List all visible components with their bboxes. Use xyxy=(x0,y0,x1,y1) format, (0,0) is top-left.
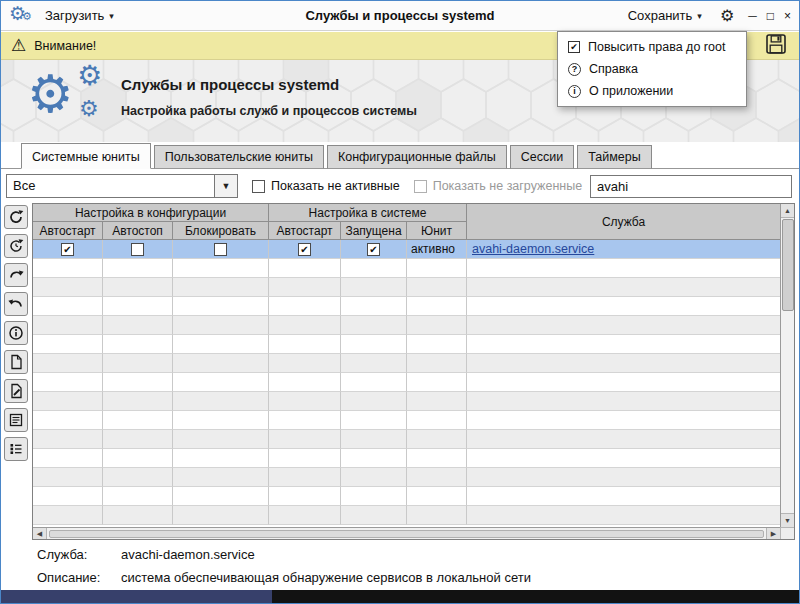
filter-row: Все ▼ Показать не активные Показать не з… xyxy=(1,169,799,203)
close-button[interactable]: × xyxy=(784,9,791,23)
info-button[interactable] xyxy=(4,321,28,345)
service-link[interactable]: avahi-daemon.service xyxy=(472,242,594,256)
app-logo-gears: ⚙ ⚙ ⚙ xyxy=(27,66,117,136)
config-block-checkbox[interactable] xyxy=(214,243,227,256)
table-row[interactable] xyxy=(33,392,780,411)
load-button-label: Загрузить xyxy=(45,8,104,23)
dependencies-button[interactable] xyxy=(4,437,28,461)
config-autostop-checkbox[interactable] xyxy=(131,243,144,256)
column-header-system-autostart: Автостарт xyxy=(269,222,341,240)
info-icon xyxy=(8,325,24,341)
group-header-system: Настройка в системе xyxy=(269,204,467,222)
group-header-config: Настройка в конфигурации xyxy=(33,204,269,222)
description-value: система обеспечивающая обнаружение серви… xyxy=(121,570,531,585)
column-header-system-running: Запущена xyxy=(341,222,407,240)
chevron-down-icon: ▾ xyxy=(697,11,702,21)
settings-gear-icon[interactable]: ⚙ xyxy=(720,6,734,25)
warning-text: Внимание! xyxy=(34,39,96,53)
column-header-service: Служба xyxy=(467,204,780,240)
tab-timers[interactable]: Таймеры xyxy=(577,145,652,169)
undo-button[interactable] xyxy=(4,292,28,316)
horizontal-scroll-thumb[interactable] xyxy=(49,530,764,538)
column-header-config-block: Блокировать xyxy=(173,222,269,240)
refresh-icon xyxy=(8,209,24,225)
table-row[interactable] xyxy=(33,335,780,354)
refresh-button[interactable] xyxy=(4,205,28,229)
scroll-down-icon[interactable]: ▼ xyxy=(781,513,794,527)
show-inactive-checkbox[interactable] xyxy=(252,180,265,193)
menu-item-label: Повысить права до root xyxy=(588,40,725,54)
table-row[interactable] xyxy=(33,468,780,487)
tab-system-units[interactable]: Системные юниты xyxy=(21,143,151,169)
scroll-up-icon[interactable]: ▲ xyxy=(781,204,794,218)
table-row[interactable] xyxy=(33,297,780,316)
show-inactive-checkbox-group[interactable]: Показать не активные xyxy=(252,179,400,193)
window-controls: ─ □ × xyxy=(748,9,791,23)
column-header-config-autostart: Автостарт xyxy=(33,222,103,240)
about-icon: i xyxy=(568,85,581,98)
table-row[interactable] xyxy=(33,316,780,335)
scroll-left-icon[interactable]: ◀ xyxy=(33,528,47,539)
table-row[interactable] xyxy=(33,430,780,449)
table-row[interactable] xyxy=(33,373,780,392)
app-gears-icon: ⚙ ⚙ xyxy=(9,4,33,28)
floppy-disk-icon xyxy=(765,33,787,55)
menu-item-elevate-root[interactable]: ✔ Повысить права до root xyxy=(558,36,746,58)
progress-fill xyxy=(1,590,272,603)
table-row-selected[interactable]: ✔ ✔ ✔ активно avahi-daemon.service xyxy=(33,240,780,259)
table-row[interactable] xyxy=(33,354,780,373)
show-unloaded-label: Показать не загруженные xyxy=(433,179,582,193)
save-button[interactable]: Сохранить ▾ xyxy=(624,5,706,26)
undo-icon xyxy=(8,296,24,312)
minimize-button[interactable]: ─ xyxy=(748,9,757,23)
warning-icon: ⚠ xyxy=(11,35,26,56)
side-toolbar xyxy=(4,205,31,461)
restart-button[interactable] xyxy=(4,263,28,287)
unit-file-button[interactable] xyxy=(4,350,28,374)
maximize-button[interactable]: □ xyxy=(767,9,774,23)
progress-bar xyxy=(1,590,799,603)
table-row[interactable] xyxy=(33,278,780,297)
system-autostart-checkbox[interactable]: ✔ xyxy=(298,243,311,256)
tab-sessions[interactable]: Сессии xyxy=(510,145,574,169)
save-file-button[interactable] xyxy=(765,33,787,59)
checked-checkbox-icon: ✔ xyxy=(568,41,580,53)
journal-button[interactable] xyxy=(4,408,28,432)
vertical-scrollbar[interactable]: ▲ ▼ xyxy=(780,204,794,527)
menu-item-help[interactable]: ? Справка xyxy=(558,58,746,80)
config-autostart-checkbox[interactable]: ✔ xyxy=(61,243,74,256)
reload-daemon-icon xyxy=(8,238,24,254)
titlebar: ⚙ ⚙ Загрузить ▾ Службы и процессы system… xyxy=(1,1,799,31)
horizontal-scrollbar[interactable]: ◀ ▶ xyxy=(33,527,780,539)
unit-filter-select[interactable]: Все ▼ xyxy=(6,174,238,198)
unit-filter-value: Все xyxy=(7,175,214,197)
load-button[interactable]: Загрузить ▾ xyxy=(41,5,118,26)
page-title: Службы и процессы systemd xyxy=(121,76,339,93)
vertical-scroll-thumb[interactable] xyxy=(782,219,794,311)
search-input[interactable] xyxy=(590,175,792,198)
unit-state-cell: активно xyxy=(407,240,467,259)
dependencies-icon xyxy=(8,441,24,457)
tab-config-files[interactable]: Конфигурационные файлы xyxy=(327,145,507,169)
table-row[interactable] xyxy=(33,411,780,430)
system-running-checkbox[interactable]: ✔ xyxy=(367,243,380,256)
reload-daemon-button[interactable] xyxy=(4,234,28,258)
scroll-right-icon[interactable]: ▶ xyxy=(766,528,780,539)
tab-bar: Системные юниты Пользовательские юниты К… xyxy=(1,143,799,169)
table-row[interactable] xyxy=(33,259,780,278)
edit-file-button[interactable] xyxy=(4,379,28,403)
menu-item-about[interactable]: i О приложении xyxy=(558,80,746,102)
table-row[interactable] xyxy=(33,449,780,468)
service-label: Служба: xyxy=(37,547,121,562)
restart-icon xyxy=(8,267,24,283)
tab-user-units[interactable]: Пользовательские юниты xyxy=(154,145,324,169)
service-value: avachi-daemon.service xyxy=(121,547,255,562)
app-window: ⚙ ⚙ Загрузить ▾ Службы и процессы system… xyxy=(0,0,800,604)
show-unloaded-checkbox-group: Показать не загруженные xyxy=(414,179,582,193)
edit-file-icon xyxy=(8,383,24,399)
table-row[interactable] xyxy=(33,487,780,506)
table-row[interactable] xyxy=(33,506,780,525)
journal-icon xyxy=(8,412,24,428)
show-unloaded-checkbox xyxy=(414,180,427,193)
settings-dropdown-menu: ✔ Повысить права до root ? Справка i О п… xyxy=(557,31,747,107)
